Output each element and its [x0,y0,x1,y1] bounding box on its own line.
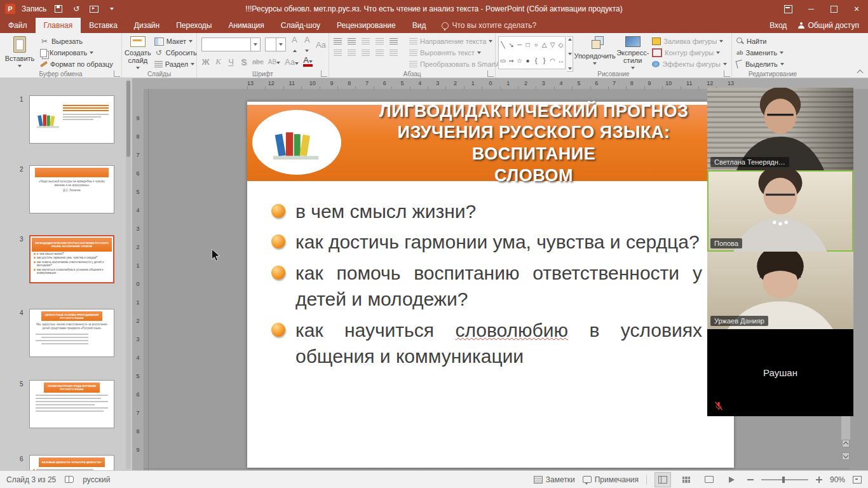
find-button[interactable]: Найти [735,36,786,46]
zoom-out-button[interactable] [747,479,754,480]
shape-effects-button[interactable]: Эффекты фигуры [650,59,729,69]
strikethrough-button[interactable]: abc [252,58,264,65]
slide-thumbnail-1[interactable]: 1 [29,95,114,144]
clear-formatting-button[interactable]: Аа [316,40,324,50]
slide-thumbnail-2[interactable]: 2 «Люди высокой культуры не враждебны к … [29,165,114,214]
dialog-launcher-icon[interactable] [114,71,120,77]
shape-option[interactable]: ○ [532,41,540,48]
minimize-button[interactable] [799,0,822,18]
participant-video-1[interactable]: Светлана Тенерядн… [707,88,853,170]
italic-button[interactable]: К [214,57,222,67]
text-shadow-button[interactable]: S [240,57,248,67]
tell-me-search[interactable]: Что вы хотите сделать? [434,18,544,33]
dialog-launcher-icon[interactable] [487,71,494,77]
collapse-ribbon-button[interactable] [855,69,864,76]
justify-icon[interactable] [376,50,384,56]
ribbon-display-options-button[interactable] [776,0,799,18]
shape-option[interactable]: } [540,57,548,64]
restore-button[interactable] [822,0,845,18]
shapes-gallery-scrollbar[interactable] [567,36,573,72]
slide-thumbnail-5[interactable]: 5 ПОЛИКУЛЬТУРНАЯ СРЕДА ИЗУЧЕНИЯ РУССКОГО… [29,380,114,428]
grow-font-button[interactable]: А [290,35,299,54]
cut-button[interactable]: ✂Вырезать [38,36,115,46]
slide-sorter-view-button[interactable] [679,473,694,487]
reset-button[interactable]: ↺Сбросить [153,48,199,58]
paste-button[interactable]: Вставить [3,34,37,69]
previous-slide-button[interactable] [842,440,850,447]
dialog-launcher-icon[interactable] [321,71,327,77]
close-button[interactable]: × [845,0,868,18]
shape-option[interactable]: ◠ [548,57,557,64]
zoom-slider[interactable] [761,479,808,480]
slideshow-view-button[interactable] [724,473,740,487]
shape-option[interactable]: ▽ [548,41,557,48]
shape-option[interactable]: ╲ [499,41,507,48]
new-slide-button[interactable]: Создать слайд [125,34,151,69]
slide-position-indicator[interactable]: Слайд 3 из 25 [6,475,56,484]
section-button[interactable]: Раздел [153,59,199,69]
participant-video-4-camera-off[interactable]: Раушан [707,329,853,416]
copy-button[interactable]: Копировать [38,48,115,58]
slide-title-banner[interactable]: ЛИГВОДИДАКТИЧЕСКИЙ ПРОГНОЗ ИЗУЧЕНИЯ РУСС… [247,105,734,181]
language-indicator[interactable]: русский [83,475,110,484]
powerpoint-app-icon[interactable]: P [5,4,15,14]
format-painter-button[interactable]: Формат по образцу [38,59,115,69]
font-name-combo[interactable] [201,37,261,51]
bullet-list-icon[interactable] [334,38,342,44]
numbered-list-icon[interactable] [348,38,356,44]
participant-video-3[interactable]: Уржаев Данияр [707,252,853,329]
increase-indent-icon[interactable] [376,38,384,44]
slide-title[interactable]: ЛИГВОДИДАКТИЧЕСКИЙ ПРОГНОЗ ИЗУЧЕНИЯ РУСС… [336,109,731,179]
dialog-launcher-icon[interactable] [724,71,730,77]
font-size-combo[interactable] [265,37,286,51]
shape-option[interactable]: ▭ [499,57,507,64]
spellcheck-icon[interactable] [65,476,74,483]
undo-button[interactable]: ↺ [71,3,82,15]
tab-review[interactable]: Рецензирование [329,18,404,33]
zoom-in-button[interactable] [816,477,822,483]
columns-icon[interactable] [390,50,398,56]
save-button[interactable] [53,3,64,15]
change-case-button[interactable]: Аа [285,57,299,67]
font-color-button[interactable]: А [303,57,313,67]
next-slide-button[interactable] [842,452,850,460]
shape-option[interactable]: ◇ [557,41,565,48]
thumbnail-scrollbar[interactable] [126,79,131,469]
align-left-icon[interactable] [334,50,342,56]
participant-video-2-active-speaker[interactable]: Попова [707,170,853,252]
sign-in-button[interactable]: Вход [770,21,787,30]
zoom-level[interactable]: 90% [830,475,845,484]
shape-option[interactable]: ↔ [557,57,565,64]
arrange-button[interactable]: Упорядочить [574,34,615,69]
notes-button[interactable]: Заметки [534,475,575,484]
character-spacing-button[interactable]: АВ [268,58,280,65]
tab-animations[interactable]: Анимация [220,18,272,33]
shape-option[interactable]: { [532,57,540,64]
tab-view[interactable]: Вид [404,18,435,33]
slide-canvas[interactable]: ЛИГВОДИДАКТИЧЕСКИЙ ПРОГНОЗ ИЗУЧЕНИЯ РУСС… [247,102,734,468]
align-right-icon[interactable] [362,50,370,56]
underline-button[interactable]: Ч [227,57,235,67]
shape-option[interactable]: ☆ [515,57,524,64]
zoom-slider-handle[interactable] [782,477,785,483]
align-center-icon[interactable] [348,50,356,56]
decrease-indent-icon[interactable] [362,38,370,44]
shape-outline-button[interactable]: Контур фигуры [650,48,729,58]
shape-fill-button[interactable]: Заливка фигуры [650,36,729,46]
shape-option[interactable]: ─ [515,41,524,48]
qat-customize-button[interactable] [106,3,118,15]
shrink-font-button[interactable]: А [303,35,311,54]
select-button[interactable]: Выделить [735,59,786,69]
reading-view-button[interactable] [702,473,717,487]
start-slideshow-button[interactable] [88,3,100,15]
tab-design[interactable]: Дизайн [126,18,168,33]
share-button[interactable]: Общий доступ [798,21,859,30]
tab-home[interactable]: Главная [36,18,81,33]
shape-option[interactable]: □ [524,41,532,48]
normal-view-button[interactable] [654,472,671,487]
line-spacing-icon[interactable] [390,38,398,44]
quick-styles-button[interactable]: Экспресс-стили [616,34,649,69]
comments-button[interactable]: Примечания [583,475,639,484]
shape-option[interactable]: ● [524,57,532,64]
bold-button[interactable]: Ж [201,57,210,67]
